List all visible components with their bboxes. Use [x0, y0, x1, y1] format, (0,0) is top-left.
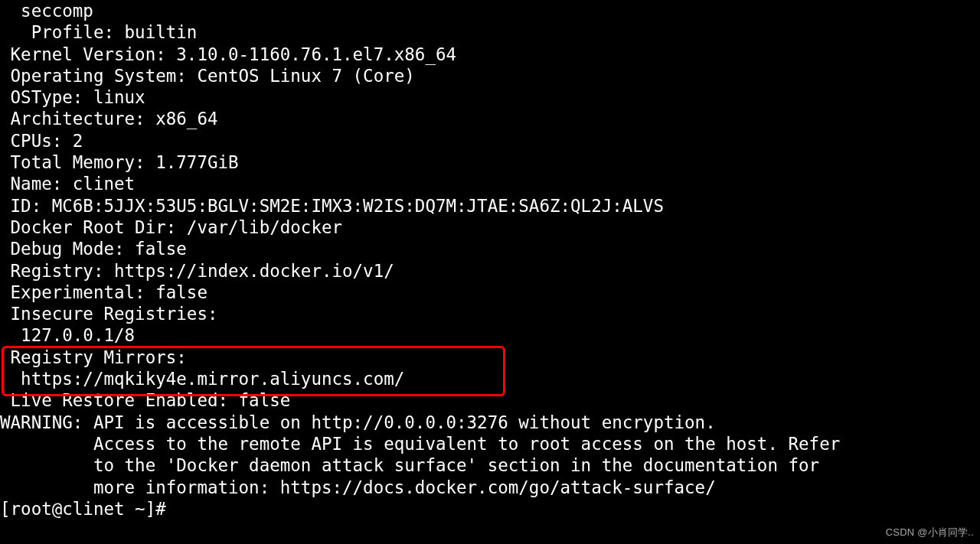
terminal-line: https://mqkiky4e.mirror.aliyuncs.com/ — [0, 368, 980, 389]
watermark: CSDN @小肖同学.. — [886, 526, 974, 539]
terminal-line: Docker Root Dir: /var/lib/docker — [0, 217, 980, 238]
terminal-line: Registry Mirrors: — [0, 347, 980, 368]
terminal-output: seccomp Profile: builtin Kernel Version:… — [0, 0, 980, 520]
terminal-line: more information: https://docs.docker.co… — [0, 477, 980, 498]
terminal-line: Access to the remote API is equivalent t… — [0, 433, 980, 454]
terminal-line: to the 'Docker daemon attack surface' se… — [0, 454, 980, 476]
terminal-line: Total Memory: 1.777GiB — [0, 151, 980, 173]
terminal-line: seccomp — [0, 0, 980, 21]
terminal-line: Registry: https://index.docker.io/v1/ — [0, 260, 980, 282]
terminal-line: CPUs: 2 — [0, 130, 980, 151]
terminal-line: [root@clinet ~]# — [0, 498, 980, 520]
terminal-line: 127.0.0.1/8 — [0, 324, 980, 346]
terminal-line: Insecure Registries: — [0, 303, 980, 324]
terminal-line: Architecture: x86_64 — [0, 108, 980, 129]
terminal-line: Kernel Version: 3.10.0-1160.76.1.el7.x86… — [0, 44, 980, 65]
terminal-line: Live Restore Enabled: false — [0, 389, 980, 411]
terminal-line: Operating System: CentOS Linux 7 (Core) — [0, 65, 980, 86]
terminal-line: Profile: builtin — [0, 21, 980, 43]
terminal-line: Debug Mode: false — [0, 238, 980, 259]
terminal-line: Name: clinet — [0, 173, 980, 194]
terminal-line: OSType: linux — [0, 86, 980, 108]
terminal-line: Experimental: false — [0, 282, 980, 303]
terminal-line: ID: MC6B:5JJX:53U5:BGLV:SM2E:IMX3:W2IS:D… — [0, 195, 980, 217]
terminal-line: WARNING: API is accessible on http://0.0… — [0, 412, 980, 433]
